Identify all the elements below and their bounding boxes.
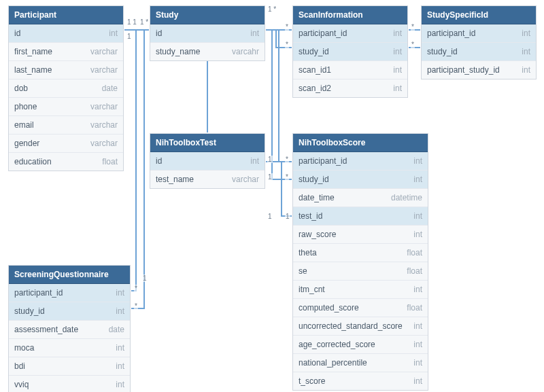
column-name: gender: [14, 139, 39, 148]
column-row: raw_scoreint: [293, 226, 428, 244]
column-row: test_idint: [293, 207, 428, 226]
table-header: ScanInformation: [293, 6, 407, 24]
column-name: educatiion: [14, 157, 52, 166]
column-row: idint: [150, 152, 265, 171]
column-name: moca: [14, 343, 34, 353]
column-type: int: [393, 47, 402, 56]
column-type: varchar: [90, 139, 118, 148]
column-row: dobdate: [9, 79, 123, 98]
column-name: id: [156, 29, 162, 38]
column-row: first_namevarchar: [9, 43, 123, 61]
column-row: participant_study_idint: [422, 61, 536, 79]
column-row: participant_idint: [293, 24, 407, 43]
column-row: participant_idint: [9, 284, 130, 302]
column-type: int: [393, 84, 402, 93]
column-name: national_percentile: [299, 358, 367, 368]
column-type: date: [102, 84, 118, 93]
cardinality-label: *: [285, 41, 289, 48]
cardinality-label: 1 *: [267, 5, 277, 13]
column-type: varchar: [90, 47, 118, 56]
column-type: varchar: [90, 120, 118, 130]
column-type: float: [407, 266, 422, 276]
table-nihToolboxTest: NihToolboxTestidinttest_namevarchar: [150, 133, 265, 189]
column-type: int: [116, 380, 124, 389]
column-name: raw_score: [299, 230, 336, 239]
column-type: int: [116, 288, 124, 298]
column-type: int: [393, 65, 402, 75]
column-type: int: [413, 358, 422, 368]
column-row: study_namevarcahr: [150, 43, 265, 60]
table-studySpecificId: StudySpecificIdparticipant_idintstudy_id…: [421, 5, 537, 79]
column-type: int: [413, 285, 422, 294]
column-type: int: [413, 340, 422, 349]
column-type: datetime: [391, 193, 422, 202]
cardinality-label: *: [411, 41, 415, 48]
column-type: int: [116, 306, 124, 316]
column-name: scan_id2: [299, 84, 331, 93]
cardinality-label: *: [134, 302, 138, 310]
column-row: vviqint: [9, 376, 130, 392]
column-row: computed_scorefloat: [293, 299, 428, 317]
column-type: int: [522, 65, 530, 75]
column-name: email: [14, 120, 34, 130]
column-row: age_corrected_scoreint: [293, 336, 428, 354]
column-name: participant_id: [299, 29, 347, 38]
column-type: int: [116, 361, 124, 371]
column-name: participant_id: [427, 29, 475, 38]
column-type: int: [522, 29, 530, 38]
column-type: int: [413, 175, 422, 184]
column-type: int: [413, 156, 422, 166]
column-row: itm_cntint: [293, 281, 428, 299]
table-header: ScreeningQuestionnaire: [9, 266, 130, 284]
table-header: NihToolboxTest: [150, 134, 265, 152]
column-type: varchar: [232, 175, 259, 184]
column-name: id: [14, 29, 20, 38]
column-type: int: [522, 47, 530, 56]
column-row: sefloat: [293, 262, 428, 281]
column-row: study_idint: [422, 43, 536, 61]
cardinality-label: *: [285, 23, 289, 31]
column-row: assessment_datedate: [9, 321, 130, 339]
column-row: t_scoreint: [293, 372, 428, 390]
column-row: participant_idint: [293, 152, 428, 171]
column-name: first_name: [14, 47, 52, 56]
cardinality-label: *: [134, 285, 138, 292]
column-type: int: [413, 376, 422, 386]
cardinality-label: 1: [267, 156, 273, 163]
column-type: float: [407, 248, 422, 257]
column-type: int: [393, 29, 402, 38]
column-row: participant_idint: [422, 24, 536, 43]
column-row: thetafloat: [293, 244, 428, 262]
column-row: scan_id1int: [293, 61, 407, 79]
cardinality-label: *: [285, 156, 289, 163]
cardinality-label: *: [411, 23, 415, 31]
column-name: study_id: [299, 47, 329, 56]
column-row: national_percentileint: [293, 354, 428, 372]
table-nihToolboxScore: NihToolboxScoreparticipant_idintstudy_id…: [292, 133, 428, 391]
column-row: mocaint: [9, 339, 130, 357]
column-type: varchar: [90, 102, 118, 111]
column-type: date: [109, 325, 124, 334]
column-row: uncorrected_standard_scoreint: [293, 317, 428, 336]
column-name: t_score: [299, 376, 325, 386]
column-name: study_name: [156, 47, 200, 56]
column-row: idint: [9, 24, 123, 43]
column-name: assessment_date: [14, 325, 78, 334]
column-name: vviq: [14, 380, 29, 389]
table-participant: Participantidintfirst_namevarcharlast_na…: [8, 5, 124, 171]
column-row: date_timedatetime: [293, 189, 428, 207]
column-row: educatiionfloat: [9, 153, 123, 171]
column-name: last_name: [14, 65, 52, 75]
column-name: id: [156, 156, 162, 166]
column-name: date_time: [299, 193, 335, 202]
column-name: bdi: [14, 361, 25, 371]
column-type: int: [250, 156, 259, 166]
table-header: Study: [150, 6, 265, 24]
table-screeningQuestionnaire: ScreeningQuestionnaireparticipant_idints…: [8, 265, 131, 392]
column-name: study_id: [427, 47, 458, 56]
column-name: age_corrected_score: [299, 340, 375, 349]
column-name: itm_cnt: [299, 285, 325, 294]
table-header: Participant: [9, 6, 123, 24]
cardinality-label: 1: [267, 173, 273, 181]
column-name: study_id: [299, 175, 329, 184]
